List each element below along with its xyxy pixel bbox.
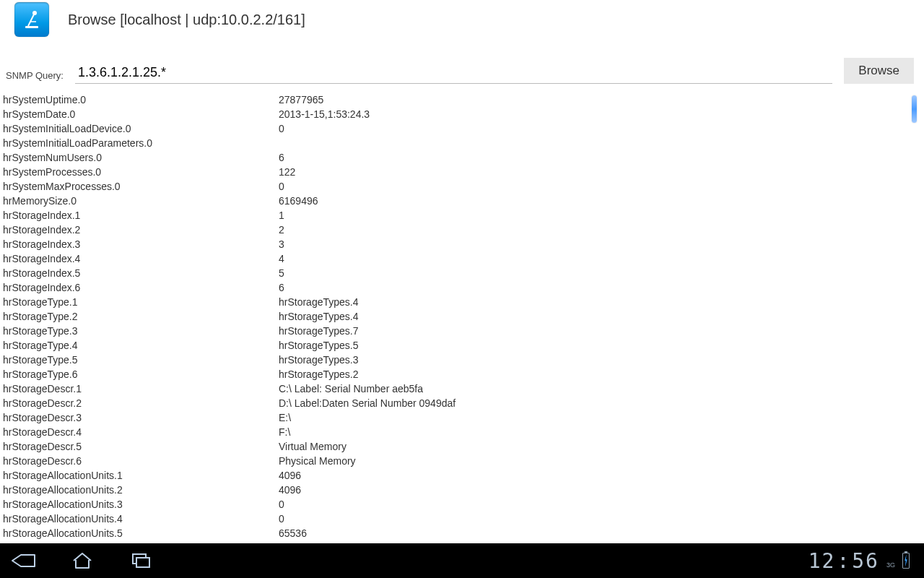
result-row[interactable]: hrSystemInitialLoadDevice.00 [0, 121, 924, 136]
svg-point-1 [32, 11, 37, 15]
result-row[interactable]: hrStorageDescr.1C:\ Label: Serial Number… [0, 381, 924, 396]
result-row[interactable]: hrStorageAllocationUnits.14096 [0, 468, 924, 483]
svg-rect-0 [25, 26, 38, 28]
result-row[interactable]: hrStorageDescr.4F:\ [0, 425, 924, 439]
app-header: Browse [localhost | udp:10.0.2.2/161] [0, 0, 924, 39]
result-oid: hrStorageType.3 [3, 324, 279, 338]
android-navbar: 12:56 3G [0, 543, 924, 578]
result-oid: hrSystemInitialLoadDevice.0 [3, 121, 279, 136]
back-button[interactable] [9, 549, 38, 572]
signal-label: 3G [886, 561, 895, 569]
result-row[interactable]: hrStorageAllocationUnits.565536 [0, 526, 924, 540]
result-row[interactable]: hrStorageIndex.11 [0, 208, 924, 223]
result-row[interactable]: hrMemorySize.06169496 [0, 194, 924, 208]
query-label: SNMP Query: [6, 70, 64, 84]
result-oid: hrStorageDescr.2 [3, 396, 279, 410]
result-value: 65536 [279, 526, 307, 540]
result-row[interactable]: hrSystemUptime.027877965 [0, 92, 924, 107]
result-row[interactable]: hrSystemNumUsers.06 [0, 150, 924, 165]
result-row[interactable]: hrStorageIndex.22 [0, 223, 924, 237]
result-oid: hrStorageType.4 [3, 338, 279, 353]
result-row[interactable]: hrStorageDescr.2D:\ Label:Daten Serial N… [0, 396, 924, 410]
result-oid: hrStorageType.5 [3, 353, 279, 367]
result-oid: hrStorageAllocationUnits.4 [3, 512, 279, 526]
result-row[interactable]: hrSystemDate.02013-1-15,1:53:24.3 [0, 107, 924, 121]
result-row[interactable]: hrStorageType.1hrStorageTypes.4 [0, 295, 924, 309]
result-oid: hrStorageIndex.1 [3, 208, 279, 223]
result-value: 0 [279, 179, 284, 194]
result-row[interactable]: hrStorageType.3hrStorageTypes.7 [0, 324, 924, 338]
result-oid: hrSystemProcesses.0 [3, 165, 279, 179]
result-value: hrStorageTypes.4 [279, 309, 359, 324]
result-value: 3 [279, 237, 284, 251]
result-value: 0 [279, 121, 284, 136]
result-oid: hrStorageIndex.5 [3, 266, 279, 280]
result-oid: hrStorageType.6 [3, 367, 279, 381]
result-oid: hrSystemNumUsers.0 [3, 150, 279, 165]
result-row[interactable]: hrStorageDescr.6Physical Memory [0, 454, 924, 468]
battery-icon [902, 553, 910, 569]
result-value: 1 [279, 208, 284, 223]
result-value: hrStorageTypes.2 [279, 367, 359, 381]
result-value: 122 [279, 165, 295, 179]
result-value: 6169496 [279, 194, 318, 208]
result-value: 4096 [279, 483, 301, 497]
result-value: hrStorageTypes.3 [279, 353, 359, 367]
clock-minutes: 56 [852, 549, 879, 573]
result-oid: hrStorageDescr.1 [3, 381, 279, 396]
result-value: 6 [279, 280, 284, 295]
result-row[interactable]: hrStorageDescr.3E:\ [0, 410, 924, 425]
result-value: 27877965 [279, 92, 323, 107]
recent-apps-button[interactable] [127, 549, 156, 572]
result-value: D:\ Label:Daten Serial Number 0949daf [279, 396, 456, 410]
result-row[interactable]: hrStorageType.4hrStorageTypes.5 [0, 338, 924, 353]
result-oid: hrStorageDescr.5 [3, 439, 279, 454]
result-row[interactable]: hrSystemMaxProcesses.00 [0, 179, 924, 194]
scrollbar[interactable] [912, 95, 917, 123]
result-row[interactable]: hrStorageIndex.44 [0, 251, 924, 266]
clock-hours: 12 [808, 549, 836, 573]
result-value: 4 [279, 251, 284, 266]
result-oid: hrStorageAllocationUnits.2 [3, 483, 279, 497]
status-clock: 12:56 [808, 549, 879, 573]
result-value: 5 [279, 266, 284, 280]
home-button[interactable] [68, 549, 97, 572]
result-oid: hrMemorySize.0 [3, 194, 279, 208]
result-value: hrStorageTypes.4 [279, 295, 359, 309]
result-oid: hrStorageDescr.6 [3, 454, 279, 468]
result-value: 2013-1-15,1:53:24.3 [279, 107, 370, 121]
snmp-query-input[interactable] [75, 64, 832, 84]
result-row[interactable]: hrStorageAllocationUnits.40 [0, 512, 924, 526]
result-oid: hrSystemMaxProcesses.0 [3, 179, 279, 194]
results-list[interactable]: hrSystemUptime.027877965hrSystemDate.020… [0, 92, 924, 543]
result-row[interactable]: hrStorageIndex.55 [0, 266, 924, 280]
result-row[interactable]: hrSystemInitialLoadParameters.0 [0, 136, 924, 150]
result-row[interactable]: hrStorageIndex.33 [0, 237, 924, 251]
result-row[interactable]: hrStorageDescr.5Virtual Memory [0, 439, 924, 454]
result-row[interactable]: hrSystemProcesses.0122 [0, 165, 924, 179]
result-row[interactable]: hrStorageType.2hrStorageTypes.4 [0, 309, 924, 324]
result-oid: hrStorageIndex.4 [3, 251, 279, 266]
result-oid: hrStorageType.1 [3, 295, 279, 309]
result-oid: hrStorageAllocationUnits.1 [3, 468, 279, 483]
result-oid: hrSystemUptime.0 [3, 92, 279, 107]
browse-button[interactable]: Browse [844, 58, 914, 84]
result-value: 0 [279, 512, 284, 526]
result-row[interactable]: hrStorageType.5hrStorageTypes.3 [0, 353, 924, 367]
result-oid: hrStorageAllocationUnits.3 [3, 497, 279, 512]
result-row[interactable]: hrStorageAllocationUnits.30 [0, 497, 924, 512]
result-value: Virtual Memory [279, 439, 346, 454]
query-bar: SNMP Query: Browse [0, 39, 924, 88]
result-oid: hrStorageDescr.4 [3, 425, 279, 439]
result-value: Physical Memory [279, 454, 356, 468]
result-value: E:\ [279, 410, 291, 425]
result-oid: hrSystemInitialLoadParameters.0 [3, 136, 279, 150]
result-row[interactable]: hrStorageAllocationUnits.24096 [0, 483, 924, 497]
result-row[interactable]: hrStorageIndex.66 [0, 280, 924, 295]
result-oid: hrSystemDate.0 [3, 107, 279, 121]
result-row[interactable]: hrStorageType.6hrStorageTypes.2 [0, 367, 924, 381]
result-value: 0 [279, 497, 284, 512]
result-oid: hrStorageIndex.2 [3, 223, 279, 237]
result-value: 6 [279, 150, 284, 165]
result-value: hrStorageTypes.5 [279, 338, 359, 353]
